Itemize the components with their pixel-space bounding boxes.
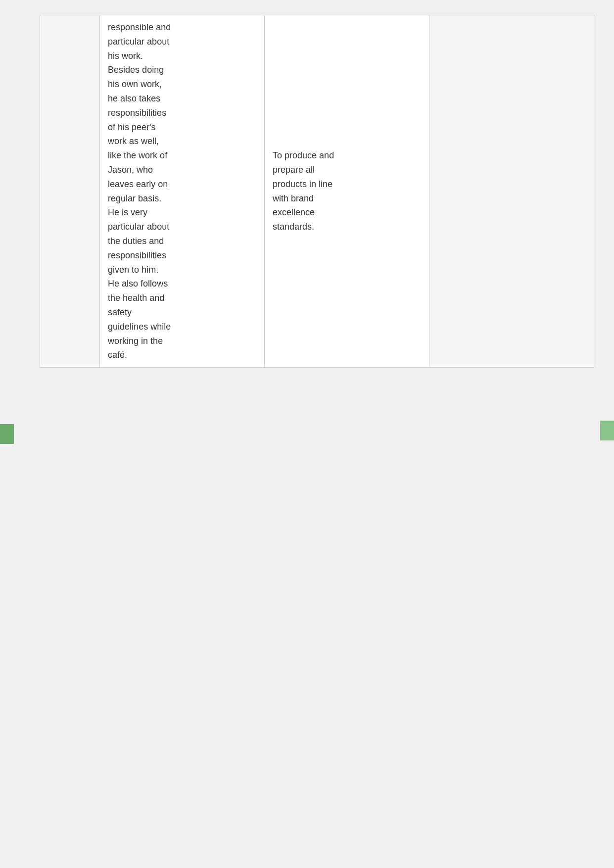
col2-blank-0 — [273, 20, 421, 35]
col1-line-8: work as well, — [108, 134, 256, 148]
col2-text: To produce andprepare allproducts in lin… — [273, 20, 421, 234]
col1-line-19: the health and — [108, 291, 256, 305]
col1-line-13: He is very — [108, 205, 256, 220]
table-wrapper: responsible andparticular abouthis work.… — [40, 15, 594, 853]
col1-line-23: café. — [108, 348, 256, 362]
table-row: responsible andparticular abouthis work.… — [40, 15, 594, 368]
col2-blank-4 — [273, 77, 421, 92]
col2-line-3: with brand — [273, 192, 421, 206]
col2-blank-7 — [273, 120, 421, 135]
col1-line-22: working in the — [108, 334, 256, 348]
col1-line-18: He also follows — [108, 277, 256, 291]
content-table: responsible andparticular abouthis work.… — [40, 15, 594, 368]
col1-line-21: guidelines while — [108, 320, 256, 334]
col1-text: responsible andparticular abouthis work.… — [108, 20, 256, 362]
col2-blank-2 — [273, 49, 421, 63]
col1-line-6: responsibilities — [108, 106, 256, 120]
col2-blank-5 — [273, 92, 421, 106]
col2-blank-3 — [273, 63, 421, 77]
col1-line-4: his own work, — [108, 77, 256, 92]
col1-line-2: his work. — [108, 49, 256, 63]
col2-line-5: standards. — [273, 220, 421, 234]
col1-line-16: responsibilities — [108, 248, 256, 263]
col1-line-3: Besides doing — [108, 63, 256, 77]
col1-line-9: like the work of — [108, 148, 256, 163]
page-number-badge: 2 — [0, 424, 14, 444]
col2-blank-1 — [273, 35, 421, 49]
col2-line-4: excellence — [273, 205, 421, 220]
col1-line-15: the duties and — [108, 234, 256, 248]
col1-line-7: of his peer's — [108, 120, 256, 135]
cell-text-col1: responsible andparticular abouthis work.… — [100, 15, 265, 368]
col1-line-10: Jason, who — [108, 163, 256, 177]
col1-line-0: responsible and — [108, 20, 256, 35]
col2-line-2: products in line — [273, 177, 421, 192]
cell-empty-right — [429, 15, 594, 368]
col2-blank-6 — [273, 106, 421, 120]
page-number: 2 — [3, 432, 11, 436]
col2-line-0: To produce and — [273, 148, 421, 163]
col1-line-12: regular basis. — [108, 192, 256, 206]
col1-line-14: particular about — [108, 220, 256, 234]
col2-line-1: prepare all — [273, 163, 421, 177]
col1-line-17: given to him. — [108, 263, 256, 277]
col1-line-11: leaves early on — [108, 177, 256, 192]
col1-line-1: particular about — [108, 35, 256, 49]
col2-blank-8 — [273, 134, 421, 148]
col1-line-5: he also takes — [108, 92, 256, 106]
page-container: 2 responsible andparticular abouthis wor… — [0, 0, 614, 868]
col1-line-20: safety — [108, 305, 256, 320]
cell-text-col2: To produce andprepare allproducts in lin… — [265, 15, 429, 368]
cell-empty-left — [40, 15, 100, 368]
right-bar-decoration — [600, 421, 614, 440]
